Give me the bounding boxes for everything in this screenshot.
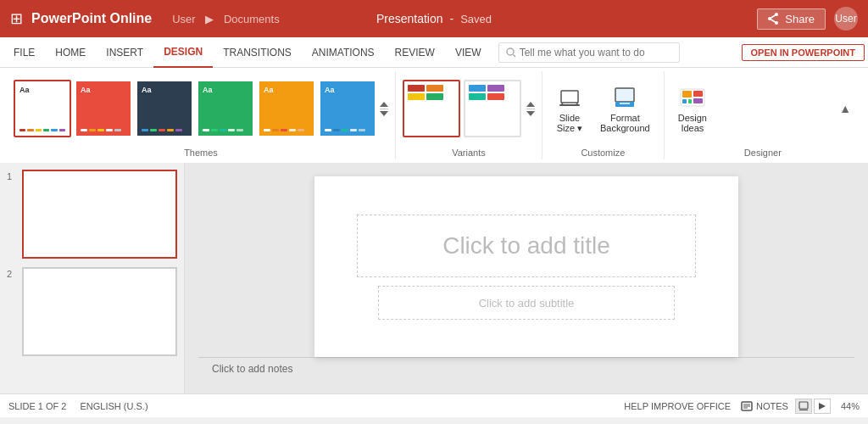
slide-size-button[interactable]: SlideSize ▾ bbox=[549, 81, 590, 137]
customize-section: SlideSize ▾ FormatBackground Customize bbox=[542, 71, 665, 159]
customize-label: Customize bbox=[549, 146, 657, 159]
slide-canvas[interactable]: Click to add title Click to add subtitle bbox=[314, 176, 738, 357]
view-slideshow-button[interactable] bbox=[814, 399, 831, 414]
themes-scroll[interactable] bbox=[380, 102, 388, 116]
view-buttons bbox=[795, 399, 831, 414]
canvas-area: Click to add title Click to add subtitle… bbox=[185, 163, 868, 393]
search-icon bbox=[506, 47, 516, 58]
themes-section: Aa Aa bbox=[7, 71, 396, 159]
tab-review[interactable]: REVIEW bbox=[385, 37, 445, 68]
theme-blue[interactable]: Aa bbox=[319, 80, 376, 137]
tabs-bar: FILE HOME INSERT DESIGN TRANSITIONS ANIM… bbox=[0, 37, 868, 68]
design-ideas-label: DesignIdeas bbox=[678, 113, 707, 133]
open-in-powerpoint-button[interactable]: OPEN IN POWERPOINT bbox=[742, 44, 865, 61]
slide-panel: 1 2 bbox=[0, 163, 185, 393]
app-grid-icon[interactable]: ⊞ bbox=[10, 9, 23, 28]
slide-number-2: 2 bbox=[7, 269, 17, 279]
presentation-separator: - bbox=[450, 12, 454, 25]
svg-rect-18 bbox=[693, 91, 703, 97]
breadcrumb-separator: ▶ bbox=[205, 13, 217, 25]
tab-design[interactable]: DESIGN bbox=[153, 37, 213, 68]
svg-rect-10 bbox=[559, 104, 580, 106]
theme-default[interactable]: Aa bbox=[14, 80, 71, 137]
designer-label: Designer bbox=[671, 146, 854, 159]
main-area: 1 2 Click to add title Click to add subt… bbox=[0, 163, 868, 393]
slide-count: SLIDE 1 OF 2 bbox=[8, 401, 66, 411]
svg-rect-11 bbox=[615, 88, 634, 102]
breadcrumb-documents[interactable]: Documents bbox=[224, 13, 280, 25]
add-notes-area[interactable]: Click to add notes bbox=[198, 357, 854, 380]
share-button[interactable]: Share bbox=[757, 8, 826, 30]
ribbon: Aa Aa bbox=[0, 68, 868, 163]
slide-thumbnail-1[interactable]: 1 bbox=[7, 170, 177, 259]
svg-point-5 bbox=[507, 48, 514, 55]
variants-section: Variants bbox=[396, 71, 542, 159]
format-background-button[interactable]: FormatBackground bbox=[593, 81, 657, 137]
designer-section: DesignIdeas ▲ Designer bbox=[665, 71, 861, 159]
svg-rect-25 bbox=[799, 410, 808, 410]
themes-label: Themes bbox=[14, 146, 388, 159]
collapse-ribbon-button[interactable]: ▲ bbox=[836, 98, 854, 119]
svg-rect-16 bbox=[682, 99, 687, 103]
tab-insert[interactable]: INSERT bbox=[96, 37, 153, 68]
svg-rect-19 bbox=[693, 98, 703, 103]
tab-home[interactable]: HOME bbox=[45, 37, 96, 68]
status-bar: SLIDE 1 OF 2 ENGLISH (U.S.) HELP IMPROVE… bbox=[0, 393, 868, 417]
slide-subtitle-placeholder[interactable]: Click to add subtitle bbox=[479, 297, 575, 310]
tab-animations[interactable]: ANIMATIONS bbox=[302, 37, 385, 68]
zoom-level: 44% bbox=[841, 401, 860, 411]
slide-preview-1[interactable] bbox=[22, 170, 177, 259]
slide-inner-2 bbox=[24, 269, 175, 354]
variants-label: Variants bbox=[403, 146, 535, 159]
design-ideas-icon bbox=[679, 84, 706, 111]
notes-icon bbox=[741, 400, 753, 412]
search-area bbox=[498, 42, 680, 63]
variant-1[interactable] bbox=[403, 80, 460, 137]
share-icon bbox=[768, 13, 780, 25]
notes-button[interactable]: NOTES bbox=[741, 400, 788, 412]
tab-view[interactable]: VIEW bbox=[445, 37, 492, 68]
customize-buttons: SlideSize ▾ FormatBackground bbox=[549, 71, 657, 146]
slide-title-placeholder[interactable]: Click to add title bbox=[357, 215, 696, 277]
svg-rect-17 bbox=[688, 99, 692, 103]
theme-green[interactable]: Aa bbox=[197, 80, 254, 137]
slide-thumbnail-2[interactable]: 2 bbox=[7, 267, 177, 356]
user-avatar[interactable]: User bbox=[834, 7, 858, 31]
view-normal-button[interactable] bbox=[795, 399, 812, 414]
slide-size-icon bbox=[556, 84, 583, 111]
saved-status: Saved bbox=[460, 13, 492, 25]
tab-file[interactable]: FILE bbox=[3, 37, 45, 68]
designer-content: DesignIdeas ▲ bbox=[671, 71, 854, 146]
presentation-name[interactable]: Presentation bbox=[376, 12, 443, 25]
help-improve-button[interactable]: HELP IMPROVE OFFICE bbox=[624, 401, 731, 411]
theme-dark[interactable]: Aa bbox=[136, 80, 193, 137]
svg-rect-12 bbox=[615, 102, 634, 107]
app-title: PowerPoint Online bbox=[31, 11, 152, 26]
theme-red[interactable]: Aa bbox=[75, 80, 132, 137]
slide-preview-2[interactable] bbox=[22, 267, 177, 356]
breadcrumb-user[interactable]: User bbox=[172, 13, 195, 25]
design-ideas-button[interactable]: DesignIdeas bbox=[671, 81, 714, 137]
format-background-label: FormatBackground bbox=[600, 113, 650, 133]
slide-size-label: SlideSize ▾ bbox=[557, 113, 582, 134]
variant-2[interactable] bbox=[464, 80, 521, 137]
theme-orange[interactable]: Aa bbox=[258, 80, 315, 137]
slide-inner-1 bbox=[24, 171, 175, 257]
tab-transitions[interactable]: TRANSITIONS bbox=[213, 37, 302, 68]
svg-rect-7 bbox=[561, 91, 578, 103]
format-background-icon bbox=[611, 84, 638, 111]
variants-scroll[interactable] bbox=[526, 102, 535, 116]
presentation-info: Presentation - Saved bbox=[376, 12, 492, 25]
variants-list bbox=[403, 71, 535, 146]
notes-label: NOTES bbox=[756, 401, 788, 411]
slide-number-1: 1 bbox=[7, 171, 17, 181]
svg-rect-24 bbox=[799, 402, 808, 409]
language-indicator: ENGLISH (U.S.) bbox=[80, 401, 147, 411]
svg-line-4 bbox=[770, 19, 776, 23]
share-area: Share User bbox=[757, 7, 858, 31]
search-input[interactable] bbox=[520, 47, 672, 59]
svg-marker-26 bbox=[819, 403, 826, 410]
svg-rect-15 bbox=[682, 91, 692, 98]
slide-subtitle-area[interactable]: Click to add subtitle bbox=[378, 286, 675, 320]
themes-list: Aa Aa bbox=[14, 71, 388, 146]
